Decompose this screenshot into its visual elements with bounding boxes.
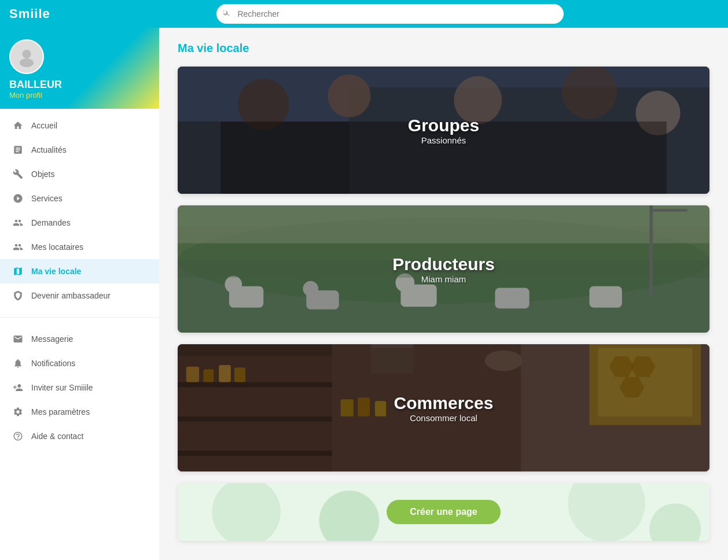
sidebar-label-notifications: Notifications (31, 359, 75, 368)
request-icon (12, 216, 24, 229)
sidebar-label-ma-vie-locale: Ma vie locale (31, 267, 81, 276)
logo-container: Smiile (9, 6, 50, 21)
gear-icon (12, 406, 24, 418)
search-icon (222, 9, 230, 19)
sidebar-item-accueil[interactable]: Accueil (0, 113, 159, 138)
content-area: Ma vie locale Groupes Pass (159, 28, 728, 560)
tools-icon (12, 168, 24, 180)
card-title-producteurs: Producteurs (392, 255, 495, 274)
sidebar-item-aide[interactable]: Aide & contact (0, 424, 159, 448)
search-input[interactable] (216, 4, 564, 24)
topbar: Smiile (0, 0, 728, 28)
card-subtitle-producteurs: Miam miam (421, 274, 466, 284)
sidebar-item-messagerie[interactable]: Messagerie (0, 327, 159, 351)
sidebar-item-notifications[interactable]: Notifications (0, 351, 159, 375)
sidebar-item-inviter[interactable]: Inviter sur Smiiile (0, 375, 159, 400)
bell-icon (12, 357, 24, 370)
mail-icon (12, 333, 24, 345)
news-icon (12, 143, 24, 156)
sidebar-label-messagerie: Messagerie (31, 334, 73, 344)
sidebar-label-accueil: Accueil (31, 121, 57, 130)
logo: Smiile (9, 6, 50, 21)
sidebar: BAILLEUR Mon profil Accueil Actualités (0, 28, 159, 560)
card-create[interactable]: Créer une page (178, 483, 709, 541)
card-overlay-groupes: Groupes Passionnés (178, 67, 709, 194)
sidebar-item-parametres[interactable]: Mes paramètres (0, 400, 159, 424)
shield-icon (12, 289, 24, 302)
profile-name: BAILLEUR (9, 79, 150, 91)
sidebar-item-objets[interactable]: Objets (0, 162, 159, 186)
sidebar-item-actualites[interactable]: Actualités (0, 138, 159, 162)
svg-point-1 (20, 58, 34, 67)
sidebar-label-locataires: Mes locataires (31, 242, 83, 252)
card-producteurs[interactable]: Producteurs Miam miam (178, 205, 709, 333)
person-add-icon (12, 381, 24, 394)
sidebar-label-objets: Objets (31, 170, 54, 179)
home-icon (12, 119, 24, 132)
nav-section-main: Accueil Actualités Objets Services (0, 109, 159, 312)
svg-point-0 (23, 50, 31, 58)
card-subtitle-commerces: Consommer local (410, 413, 477, 423)
card-overlay-producteurs: Producteurs Miam miam (178, 205, 709, 333)
sidebar-label-services: Services (31, 194, 62, 203)
main-layout: BAILLEUR Mon profil Accueil Actualités (0, 28, 728, 560)
nav-section-secondary: Messagerie Notifications Inviter sur Smi… (0, 322, 159, 453)
card-commerces[interactable]: Commerces Consommer local (178, 344, 709, 471)
avatar (9, 39, 44, 74)
nav-divider (0, 317, 159, 318)
map-icon (12, 265, 24, 278)
sidebar-label-parametres: Mes paramètres (31, 407, 90, 417)
service-icon (12, 192, 24, 205)
profile-area: BAILLEUR Mon profil (0, 28, 159, 109)
card-title-commerces: Commerces (394, 393, 494, 413)
help-icon (12, 430, 24, 443)
sidebar-item-demandes[interactable]: Demandes (0, 211, 159, 235)
card-overlay-commerces: Commerces Consommer local (178, 344, 709, 471)
sidebar-label-inviter: Inviter sur Smiiile (31, 383, 93, 392)
sidebar-label-actualites: Actualités (31, 145, 67, 154)
create-page-button[interactable]: Créer une page (387, 500, 500, 524)
card-subtitle-groupes: Passionnés (421, 135, 466, 145)
card-groupes[interactable]: Groupes Passionnés (178, 67, 709, 194)
card-title-groupes: Groupes (408, 116, 479, 135)
profile-link[interactable]: Mon profil (9, 91, 150, 100)
sidebar-item-ambassadeur[interactable]: Devenir ambassadeur (0, 283, 159, 308)
sidebar-label-aide: Aide & contact (31, 432, 83, 441)
sidebar-item-services[interactable]: Services (0, 186, 159, 211)
search-container (216, 4, 564, 24)
people-icon (12, 241, 24, 253)
page-title: Ma vie locale (178, 42, 709, 55)
sidebar-item-locataires[interactable]: Mes locataires (0, 235, 159, 259)
sidebar-label-ambassadeur: Devenir ambassadeur (31, 291, 111, 300)
sidebar-item-ma-vie-locale[interactable]: Ma vie locale (0, 259, 159, 283)
sidebar-label-demandes: Demandes (31, 218, 71, 227)
